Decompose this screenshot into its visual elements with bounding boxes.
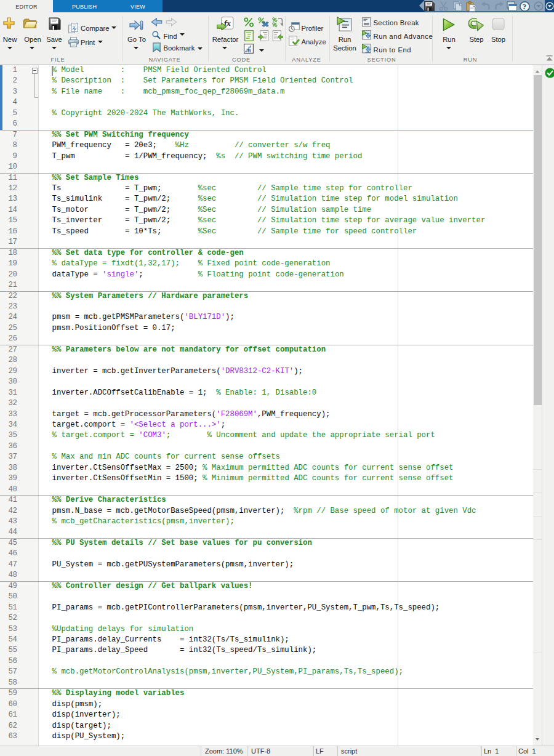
svg-text:?: ?	[522, 2, 526, 11]
svg-text:fi: fi	[248, 48, 251, 54]
